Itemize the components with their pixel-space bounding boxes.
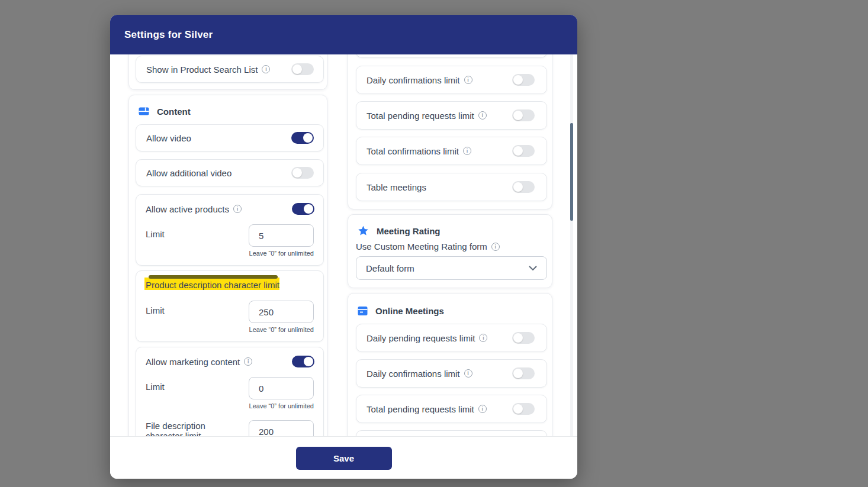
online-meetings-card: Online Meetings Daily pending requests l… xyxy=(348,293,552,436)
row-label: Daily pending requests limit i xyxy=(367,333,487,343)
row-partially-scrolled xyxy=(356,54,547,58)
row-om-daily-confirmations-limit: Daily confirmations limit i xyxy=(356,359,547,388)
left-column: Show in Product Search List i xyxy=(128,54,327,436)
limit-label: Limit xyxy=(146,224,165,257)
row-label: Daily confirmations limit i xyxy=(367,75,472,85)
om-total-pending-requests-limit-toggle[interactable] xyxy=(512,403,535,415)
scrollbar-thumb[interactable] xyxy=(570,123,573,221)
row-show-in-product-search-list: Show in Product Search List i xyxy=(136,56,324,83)
show-in-product-search-list-toggle[interactable] xyxy=(291,63,314,75)
section-title: Online Meetings xyxy=(375,306,444,316)
toggle-knob xyxy=(513,404,523,414)
toggle-knob xyxy=(513,369,523,378)
marketing-content-limit-input[interactable] xyxy=(249,377,314,399)
row-label: Allow marketing content i xyxy=(146,357,252,367)
yellow-highlight-stroke xyxy=(149,275,278,279)
toggle-knob xyxy=(513,146,523,156)
toggle-knob xyxy=(292,168,302,178)
row-om-total-confirmations-limit: Total confirmations limit i xyxy=(356,430,547,436)
row-label: Daily confirmations limit i xyxy=(367,369,472,379)
row-table-meetings: Table meetings xyxy=(356,173,547,201)
product-visibility-card: Show in Product Search List i xyxy=(128,54,327,90)
row-allow-additional-video: Allow additional video xyxy=(136,159,324,186)
om-daily-pending-requests-limit-toggle[interactable] xyxy=(512,332,535,344)
content-section-header: Content xyxy=(139,104,324,119)
info-icon[interactable]: i xyxy=(463,147,471,155)
row-total-pending-requests-limit: Total pending requests limit i xyxy=(356,101,547,130)
toggle-knob xyxy=(513,333,523,343)
section-title: Content xyxy=(157,107,191,117)
highlighted-title: Product description character limit xyxy=(146,280,279,291)
total-pending-requests-limit-toggle[interactable] xyxy=(512,109,535,121)
limit-hint: Leave “0” for unlimited xyxy=(249,402,314,409)
info-icon[interactable]: i xyxy=(464,369,472,378)
daily-confirmations-limit-toggle[interactable] xyxy=(512,74,535,86)
content-icon xyxy=(139,107,149,116)
info-icon[interactable]: i xyxy=(479,334,487,342)
row-label: Total pending requests limit i xyxy=(367,404,487,414)
modal-title: Settings for Silver xyxy=(124,29,213,41)
meetings-section-card: Daily confirmations limit i Total pendin… xyxy=(348,54,552,209)
scrollbar-track[interactable] xyxy=(570,54,573,436)
file-description-limit-input[interactable] xyxy=(249,420,314,436)
calendar-icon xyxy=(358,306,368,316)
select-value: Default form xyxy=(366,263,414,273)
limit-label: Limit xyxy=(146,377,165,409)
total-confirmations-limit-toggle[interactable] xyxy=(512,145,535,157)
allow-additional-video-toggle[interactable] xyxy=(291,167,314,179)
allow-video-toggle[interactable] xyxy=(291,132,314,144)
info-icon[interactable]: i xyxy=(262,65,270,73)
modal-header: Settings for Silver xyxy=(110,15,577,54)
toggle-knob xyxy=(513,75,523,85)
info-icon[interactable]: i xyxy=(464,76,472,84)
table-meetings-toggle[interactable] xyxy=(512,181,535,193)
group-product-description-limit: Product description character limit Limi… xyxy=(136,270,324,342)
info-icon[interactable]: i xyxy=(478,405,487,413)
allow-marketing-content-toggle[interactable] xyxy=(292,356,314,367)
save-button[interactable]: Save xyxy=(296,447,392,470)
settings-modal: Settings for Silver Show in Product Sear… xyxy=(110,15,577,479)
info-icon[interactable]: i xyxy=(478,111,487,120)
chevron-down-icon xyxy=(529,266,537,271)
custom-rating-form-label: Use Custom Meeting Rating form i xyxy=(356,241,547,251)
file-description-label: File description character limit xyxy=(146,420,240,436)
modal-body[interactable]: Show in Product Search List i xyxy=(110,54,577,436)
row-label: Table meetings xyxy=(367,182,426,192)
limit-hint: Leave “0” for unlimited xyxy=(249,250,314,257)
meeting-rating-card: Meeting Rating Use Custom Meeting Rating… xyxy=(348,214,552,288)
online-meetings-header: Online Meetings xyxy=(358,303,547,318)
modal-footer: Save xyxy=(110,436,577,479)
om-daily-confirmations-limit-toggle[interactable] xyxy=(512,367,535,379)
active-products-limit-input[interactable] xyxy=(249,224,314,247)
row-label: Allow active products i xyxy=(146,204,242,214)
allow-active-products-toggle[interactable] xyxy=(292,203,314,215)
row-om-daily-pending-requests-limit: Daily pending requests limit i xyxy=(356,324,547,352)
product-description-limit-input[interactable] xyxy=(249,301,314,323)
toggle-knob xyxy=(304,357,313,366)
info-icon[interactable]: i xyxy=(233,205,242,213)
row-total-confirmations-limit: Total confirmations limit i xyxy=(356,137,547,165)
row-label: Total pending requests limit i xyxy=(367,111,487,121)
toggle-knob xyxy=(304,204,313,214)
content-section-card: Content Allow video Allow additional vid… xyxy=(128,95,327,436)
toggle-knob xyxy=(513,182,523,192)
star-icon xyxy=(358,225,369,236)
toggle-knob xyxy=(303,133,313,143)
row-om-total-pending-requests-limit: Total pending requests limit i xyxy=(356,395,547,423)
group-allow-marketing-content: Allow marketing content i Limit Leave “0… xyxy=(136,347,324,436)
limit-hint: Leave “0” for unlimited xyxy=(249,326,314,333)
limit-label: Limit xyxy=(146,301,165,333)
group-allow-active-products: Allow active products i Limit Leave “0” … xyxy=(136,194,324,266)
rating-form-select[interactable]: Default form xyxy=(356,256,547,280)
info-icon[interactable]: i xyxy=(244,357,252,366)
row-label: Allow video xyxy=(146,133,191,143)
row-label: Allow additional video xyxy=(146,168,232,178)
row-daily-confirmations-limit: Daily confirmations limit i xyxy=(356,66,547,94)
info-icon[interactable]: i xyxy=(491,243,500,251)
row-label: Total confirmations limit i xyxy=(367,146,471,156)
toggle-knob xyxy=(292,64,302,74)
row-label: Show in Product Search List i xyxy=(146,64,270,75)
meeting-rating-header: Meeting Rating xyxy=(358,223,547,238)
section-title: Meeting Rating xyxy=(377,226,441,236)
row-allow-video: Allow video xyxy=(136,124,324,151)
